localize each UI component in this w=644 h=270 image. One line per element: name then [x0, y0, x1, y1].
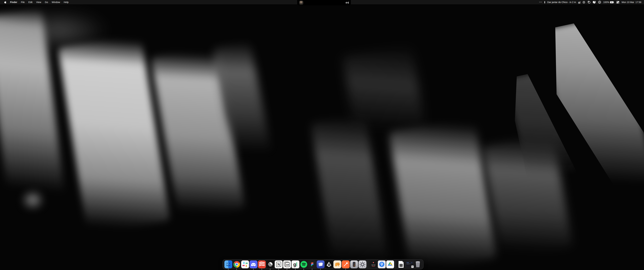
dock-item-google-drive[interactable]	[386, 260, 394, 268]
dock-item-document-file[interactable]	[397, 260, 405, 268]
dock-item-3d-cube-app[interactable]	[325, 260, 333, 268]
granola-caret	[580, 1, 580, 4]
dock-item-system-settings[interactable]	[358, 260, 366, 268]
menu-item-edit[interactable]: Edit	[26, 0, 34, 4]
granola-icon: g	[292, 260, 299, 268]
audio-visualizer-icon	[346, 2, 349, 4]
slack-icon	[241, 260, 249, 268]
trash-icon	[414, 260, 422, 268]
svg-text:g: g	[293, 261, 296, 267]
discord-icon	[250, 260, 258, 268]
dock-item-1password[interactable]	[378, 260, 386, 268]
display-annotate-icon[interactable]	[593, 1, 596, 4]
cube-3d-app-icon	[325, 260, 333, 268]
finder-icon	[224, 260, 232, 268]
power-circle-icon[interactable]	[598, 1, 601, 4]
raycast-icon: raycast	[370, 260, 377, 268]
dock-item-trash[interactable]	[414, 260, 422, 268]
dock-item-raycast[interactable]: raycast	[370, 260, 377, 268]
flower-asterisk-icon[interactable]	[582, 1, 585, 4]
dock: N 10 g	[222, 259, 424, 269]
dock-item-screenshot-stack[interactable]: 11	[406, 260, 414, 268]
menu-item-file[interactable]: File	[19, 0, 27, 4]
blue-windows-app-icon	[317, 260, 324, 268]
battery-charging-icon	[610, 1, 614, 3]
granola-menu-icon[interactable]: g	[578, 1, 580, 4]
onepassword-icon	[378, 260, 386, 268]
menu-label: Finder	[10, 1, 17, 4]
menu-label: File	[21, 1, 25, 4]
spotify-icon	[300, 260, 308, 268]
notion-icon: N	[275, 260, 282, 268]
elephant-app-icon	[334, 260, 341, 268]
figma-icon	[308, 260, 316, 268]
stack-file-badge: 11	[411, 265, 414, 268]
reminder-status-text[interactable]: Dar jantar do Chico · in 2 m	[547, 1, 576, 4]
svg-text:raycast: raycast	[371, 264, 375, 266]
dock-item-slack[interactable]	[241, 260, 249, 268]
google-drive-icon	[386, 260, 394, 268]
apple-logo-icon	[4, 1, 6, 4]
dock-item-granola[interactable]: g	[292, 260, 299, 268]
menu-item-finder[interactable]: Finder	[8, 0, 19, 4]
notion-calendar-icon: 10	[283, 260, 291, 268]
linear-icon	[266, 260, 274, 268]
dock-item-discord[interactable]	[250, 260, 258, 268]
pick-icon[interactable]	[588, 1, 590, 4]
dock-item-blue-windows-app[interactable]	[317, 260, 324, 268]
system-settings-icon	[358, 260, 366, 268]
dock-item-todoist[interactable]	[258, 260, 266, 268]
menu-item-window[interactable]: Window	[50, 0, 62, 4]
menu-bar-left: Finder File Edit View Go Window Help	[0, 0, 70, 4]
menu-label: Window	[52, 1, 60, 4]
granola-glyph: g	[578, 1, 580, 4]
dock-item-notion-calendar[interactable]: 10	[283, 260, 291, 268]
svg-text:10: 10	[286, 263, 289, 266]
dock-item-iphone-mirroring[interactable]	[350, 260, 358, 268]
focus-bar-icon[interactable]	[544, 1, 545, 3]
chrome-icon	[233, 260, 241, 268]
menu-bar-clock[interactable]: Mon 10 Mar 17:58	[622, 1, 641, 4]
menu-bar-status: ••• Dar jantar do Chico · in 2 m g 100%	[539, 0, 644, 4]
apple-menu[interactable]	[2, 0, 8, 4]
dock-item-notion[interactable]: N	[275, 260, 282, 268]
status-overflow-icon[interactable]: •••	[539, 1, 542, 3]
dock-item-chrome[interactable]	[233, 260, 241, 268]
todoist-icon	[258, 260, 266, 268]
control-center-icon[interactable]	[616, 1, 619, 4]
dock-item-figma[interactable]	[308, 260, 316, 268]
dock-item-finder[interactable]	[224, 260, 232, 268]
desktop: Finder File Edit View Go Window Help •••…	[0, 0, 644, 270]
wallpaper-light-spot	[17, 187, 49, 213]
now-playing-album-art[interactable]	[299, 1, 303, 5]
dock-separator	[368, 261, 368, 268]
menu-label: Help	[64, 1, 68, 4]
menu-label: View	[36, 1, 41, 4]
menu-item-go[interactable]: Go	[43, 0, 50, 4]
dock-item-postman[interactable]	[342, 260, 350, 268]
dock-item-spotify[interactable]	[300, 260, 308, 268]
svg-text:N: N	[277, 262, 280, 266]
menu-item-view[interactable]: View	[34, 0, 43, 4]
dock-item-linear[interactable]	[266, 260, 274, 268]
desktop-wallpaper	[0, 0, 644, 270]
menu-label: Edit	[28, 1, 32, 4]
notch-media-island[interactable]	[297, 0, 351, 5]
battery-percent-text: 100%	[603, 1, 609, 4]
document-file-icon	[397, 260, 405, 268]
postman-icon	[342, 260, 350, 268]
menu-label: Go	[45, 1, 48, 4]
wallpaper-blade	[388, 118, 497, 270]
iphone-mirroring-icon	[350, 260, 358, 268]
dock-item-elephant-app[interactable]	[334, 260, 341, 268]
menu-item-help[interactable]: Help	[62, 0, 70, 4]
battery-status[interactable]: 100%	[603, 1, 614, 4]
